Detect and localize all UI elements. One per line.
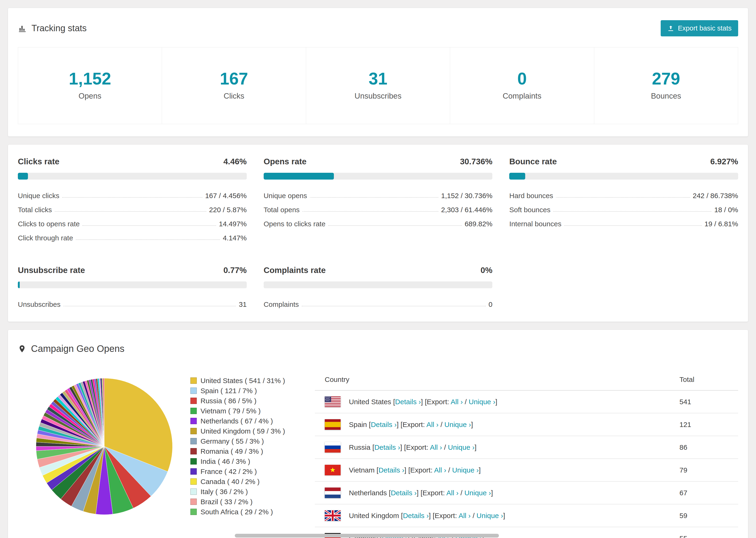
export-unique-link[interactable]: Unique › — [445, 421, 471, 428]
legend-swatch — [190, 377, 197, 384]
stat-value: 279 — [594, 69, 738, 88]
geo-opens-header: Campaign Geo Opens — [18, 341, 738, 369]
legend-item: India ( 46 / 3% ) — [190, 456, 301, 466]
metric-row: Unique opens 1,152 / 30.736% — [264, 186, 493, 200]
country-name: Vietnam — [349, 466, 375, 474]
dotted-leader — [62, 197, 202, 198]
bracket-close-export: ] — [474, 443, 476, 451]
legend-label: United Kingdom ( 59 / 3% ) — [200, 426, 285, 436]
legend-swatch — [190, 458, 197, 464]
bracket-open-details: [ — [387, 489, 391, 497]
rate-value: 4.46% — [223, 157, 246, 166]
country-flag-icon — [325, 488, 341, 498]
bracket-close-export: ] — [491, 489, 493, 497]
dotted-leader — [310, 197, 438, 198]
progress-bar — [18, 173, 247, 180]
metric-label: Opens to clicks rate — [264, 220, 325, 228]
rate-rows: Unique clicks 167 / 4.456% Total clicks … — [18, 186, 247, 242]
export-unique-link[interactable]: Unique › — [477, 512, 503, 519]
bracket-export: ] [Export: — [416, 489, 446, 497]
tracking-stats-header: Tracking stats Export basic stats — [8, 8, 748, 47]
export-basic-stats-button[interactable]: Export basic stats — [661, 20, 738, 36]
export-unique-link[interactable]: Unique › — [464, 489, 491, 497]
bar-chart-icon — [18, 24, 27, 33]
export-unique-link[interactable]: Unique › — [452, 466, 479, 474]
country-flag-icon — [325, 465, 341, 475]
country-flag-icon — [325, 419, 341, 430]
progress-bar — [509, 173, 738, 180]
legend-label: Netherlands ( 67 / 4% ) — [200, 416, 273, 426]
dotted-leader — [553, 211, 711, 212]
details-link[interactable]: Details › — [371, 421, 397, 428]
country-links: United Kingdom [Details ›] [Export: All … — [349, 512, 505, 520]
horizontal-scrollbar[interactable] — [235, 534, 499, 538]
bracket-export: ] [Export: — [429, 512, 459, 519]
legend-label: France ( 42 / 2% ) — [200, 466, 257, 476]
stat-label: Opens — [18, 91, 162, 100]
metric-value: 19 / 6.81% — [705, 220, 738, 228]
legend-item: United Kingdom ( 59 / 3% ) — [190, 426, 301, 436]
rate-title: Complaints rate — [264, 265, 326, 275]
country-name: Netherlands — [349, 489, 387, 497]
legend-label: Russia ( 86 / 5% ) — [200, 396, 256, 406]
rate-head: Unsubscribe rate 0.77% — [18, 265, 247, 275]
details-link[interactable]: Details › — [403, 512, 429, 519]
export-all-link[interactable]: All › — [426, 421, 439, 428]
metric-label: Unique clicks — [18, 192, 59, 200]
geo-legend: United States ( 541 / 31% ) Spain ( 121 … — [190, 369, 301, 517]
stat-label: Complaints — [450, 91, 594, 100]
geo-opens-card: Campaign Geo Opens United States ( 541 /… — [8, 330, 748, 538]
bracket-open-details: [ — [375, 466, 379, 474]
metric-row: Clicks to opens rate 14.497% — [18, 214, 247, 228]
legend-item: United States ( 541 / 31% ) — [190, 376, 301, 386]
country-name: United States — [349, 398, 391, 405]
export-all-link[interactable]: All › — [451, 398, 463, 405]
country-name: United Kingdom — [349, 512, 399, 519]
metric-value: 4.147% — [223, 234, 247, 242]
legend-item: Spain ( 121 / 7% ) — [190, 386, 301, 396]
export-unique-link[interactable]: Unique › — [448, 443, 474, 451]
rate-value: 30.736% — [460, 157, 492, 166]
rate-block: Complaints rate 0% Complaints 0 — [264, 265, 493, 308]
progress-bar — [264, 173, 493, 180]
bracket-export: ] [Export: — [404, 466, 434, 474]
metric-value: 220 / 5.87% — [209, 206, 247, 214]
country-name: Spain — [349, 421, 367, 428]
tracking-stats-title: Tracking stats — [18, 23, 87, 33]
stat-box: 0 Complaints — [450, 47, 594, 124]
details-link[interactable]: Details › — [374, 443, 400, 451]
table-row: Russia [Details ›] [Export: All › / Uniq… — [315, 436, 738, 459]
stat-box: 167 Clicks — [162, 47, 306, 124]
rates-grid: Clicks rate 4.46% Unique clicks 167 / 4.… — [18, 157, 738, 308]
country-total: 79 — [679, 466, 736, 474]
stat-box: 31 Unsubscribes — [306, 47, 450, 124]
metric-label: Clicks to opens rate — [18, 220, 80, 228]
legend-swatch — [190, 509, 197, 515]
details-link[interactable]: Details › — [378, 466, 404, 474]
rate-title: Clicks rate — [18, 157, 59, 166]
metric-value: 242 / 86.738% — [693, 192, 738, 200]
country-total: 86 — [679, 443, 736, 452]
stat-value: 0 — [450, 69, 594, 88]
rate-rows: Hard bounces 242 / 86.738% Soft bounces … — [509, 186, 738, 228]
metric-row: Unique clicks 167 / 4.456% — [18, 186, 247, 200]
details-link[interactable]: Details › — [391, 489, 416, 497]
details-link[interactable]: Details › — [395, 398, 421, 405]
export-all-link[interactable]: All › — [446, 489, 459, 497]
legend-swatch — [190, 468, 197, 475]
metric-row: Complaints 0 — [264, 295, 493, 308]
export-all-link[interactable]: All › — [430, 443, 442, 451]
dotted-leader — [556, 197, 690, 198]
export-unique-link[interactable]: Unique › — [469, 398, 495, 405]
export-all-link[interactable]: All › — [434, 466, 446, 474]
legend-item: Brazil ( 33 / 2% ) — [190, 497, 301, 507]
stat-value: 31 — [306, 69, 450, 88]
total-column-header: Total — [679, 376, 736, 384]
metric-label: Hard bounces — [509, 192, 553, 200]
slash-separator: / — [446, 466, 452, 474]
legend-item: Vietnam ( 79 / 5% ) — [190, 406, 301, 416]
tracking-stats-card: Tracking stats Export basic stats 1,152 … — [8, 8, 748, 136]
export-all-link[interactable]: All › — [459, 512, 471, 519]
legend-label: Vietnam ( 79 / 5% ) — [200, 406, 261, 416]
pie-chart-area — [18, 369, 190, 519]
